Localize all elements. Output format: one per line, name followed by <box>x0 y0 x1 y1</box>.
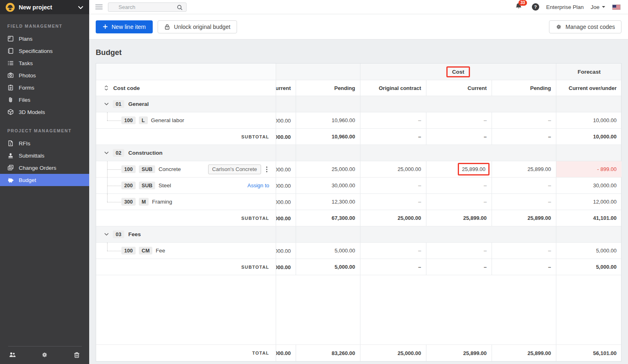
code-badge: 100 <box>121 165 136 173</box>
cell-original-contract <box>360 226 426 242</box>
search-icon <box>177 4 183 12</box>
item-label: Steel <box>158 182 171 189</box>
tasks-icon <box>7 60 14 66</box>
cell-current <box>426 145 492 161</box>
cell-pending-cost <box>492 226 556 242</box>
cell-current: – <box>426 178 492 193</box>
sidebar-item-change-orders[interactable]: Change Orders <box>0 162 89 174</box>
cell-pending-cost: – <box>492 259 556 275</box>
sidebar-item-label: Change Orders <box>19 165 56 171</box>
cell-pending-budget <box>296 145 360 161</box>
sidebar-item-plans[interactable]: Plans <box>0 33 89 45</box>
search-input[interactable] <box>108 4 173 10</box>
cell-current-over-under: - 899.00 <box>556 161 621 177</box>
notifications-button[interactable]: 33 <box>515 2 523 12</box>
clipboard-icon <box>7 84 14 91</box>
code-badge: 300 <box>121 198 136 206</box>
budget-table: Cost Forecast Cost code urrent Pending O… <box>96 63 621 362</box>
cell-pending-cost <box>492 96 556 112</box>
new-line-item-button[interactable]: New line item <box>96 20 153 33</box>
trash-icon[interactable] <box>73 351 80 358</box>
cell-pending-budget <box>296 96 360 112</box>
chevron-down-icon[interactable] <box>104 151 109 154</box>
help-button[interactable]: ? <box>532 3 539 11</box>
cost-group-header: Cost <box>360 64 556 80</box>
cell-current-clipped: 000.00 <box>276 112 296 128</box>
chevron-down-icon[interactable] <box>104 233 109 236</box>
cell-original-contract: 25,000.00 <box>360 210 426 226</box>
gear-icon[interactable] <box>41 351 48 358</box>
cell-pending-budget <box>296 226 360 242</box>
cell-current: – <box>426 259 492 275</box>
assign-to-link[interactable]: Assign to <box>248 182 269 189</box>
project-switcher[interactable]: New project <box>0 0 89 14</box>
tree-line <box>107 243 108 251</box>
us-flag-icon[interactable] <box>612 4 621 10</box>
column-header-current-over-under: Current over/under <box>556 80 621 96</box>
sidebar-footer <box>0 346 89 364</box>
cell-current-clipped <box>276 145 296 161</box>
cell-current-over-under <box>556 96 621 112</box>
cell-current-clipped <box>276 275 296 344</box>
sidebar-item-label: 3D Models <box>19 109 45 115</box>
sidebar-item-budget[interactable]: Budget <box>0 174 89 186</box>
cost-annotation-box: Cost <box>446 66 470 77</box>
sidebar-item-3d-models[interactable]: 3D Models <box>0 106 89 118</box>
cell-pending-cost: – <box>492 129 556 145</box>
menu-button[interactable] <box>95 3 103 11</box>
total-label: TOTAL <box>252 351 276 355</box>
manage-cost-codes-button[interactable]: Manage cost codes <box>549 20 621 33</box>
sidebar-item-photos[interactable]: Photos <box>0 69 89 81</box>
chevron-down-icon[interactable] <box>104 103 109 105</box>
cell-current-over-under <box>556 145 621 161</box>
sidebar-item-label: Tasks <box>19 60 33 66</box>
vendor-chip[interactable]: Carlson's Concrete <box>208 164 261 174</box>
stamp-icon <box>7 152 14 159</box>
cell-current-over-under: 10,000.00 <box>556 129 621 145</box>
column-header-cost-code[interactable]: Cost code <box>96 80 276 96</box>
forecast-group-header: Forecast <box>556 64 622 80</box>
gear-icon <box>556 24 562 30</box>
sidebar-item-rfis[interactable]: RFIs <box>0 137 89 149</box>
document-icon <box>7 140 14 147</box>
sidebar-item-forms[interactable]: Forms <box>0 81 89 94</box>
sidebar-item-specifications[interactable]: Specifications <box>0 45 89 57</box>
user-menu[interactable]: Joe <box>591 4 605 10</box>
group-row: 03Fees <box>96 226 621 243</box>
cell-pending-budget: 30,000.00 <box>296 178 360 193</box>
tree-line <box>107 169 121 170</box>
app-logo <box>6 3 15 12</box>
kebab-menu-button[interactable] <box>264 165 269 173</box>
tree-line <box>107 186 121 186</box>
subtotal-label: SUBTOTAL <box>242 134 276 139</box>
cell-pending-budget: 5,000.00 <box>296 243 360 259</box>
sidebar-item-files[interactable]: Files <box>0 94 89 106</box>
cell-pending-cost <box>492 145 556 161</box>
cell-current-clipped: 000.00 <box>276 129 296 145</box>
unlock-original-budget-button[interactable]: Unlock original budget <box>158 20 237 33</box>
sidebar-item-submittals[interactable]: Submittals <box>0 149 89 162</box>
cell-pending-cost: 25,899.00 <box>492 345 556 361</box>
sidebar-item-tasks[interactable]: Tasks <box>0 57 89 69</box>
line-item-row: 100LGeneral labor000.0010,960.00–––10,00… <box>96 112 621 129</box>
cell-original-contract: – <box>360 178 426 193</box>
caret-down-icon <box>602 6 605 8</box>
cost-code-cell: 03Fees <box>96 226 276 242</box>
group-row: 02Construction <box>96 145 621 161</box>
item-label: Framing <box>152 199 172 205</box>
group-header-pane <box>96 64 276 80</box>
sidebar-item-label: Forms <box>19 85 34 91</box>
column-header-current: Current <box>426 80 492 96</box>
cell-original-contract: 25,000.00 <box>360 345 426 361</box>
plan-label: Enterprise Plan <box>546 4 584 10</box>
cost-code-cell: 100CMFee <box>96 243 276 259</box>
sort-icon[interactable] <box>104 86 108 90</box>
cell-current-clipped: 000.00 <box>276 161 296 177</box>
cell-current: 25,899.00 <box>426 210 492 226</box>
piggy-bank-icon <box>7 177 14 183</box>
cell-current-over-under: 41,101.00 <box>556 210 621 226</box>
people-icon[interactable] <box>9 351 16 358</box>
cell-original-contract: 25,000.00 <box>360 161 426 177</box>
cell-original-contract: – <box>360 129 426 145</box>
sidebar-item-label: RFIs <box>19 140 31 147</box>
